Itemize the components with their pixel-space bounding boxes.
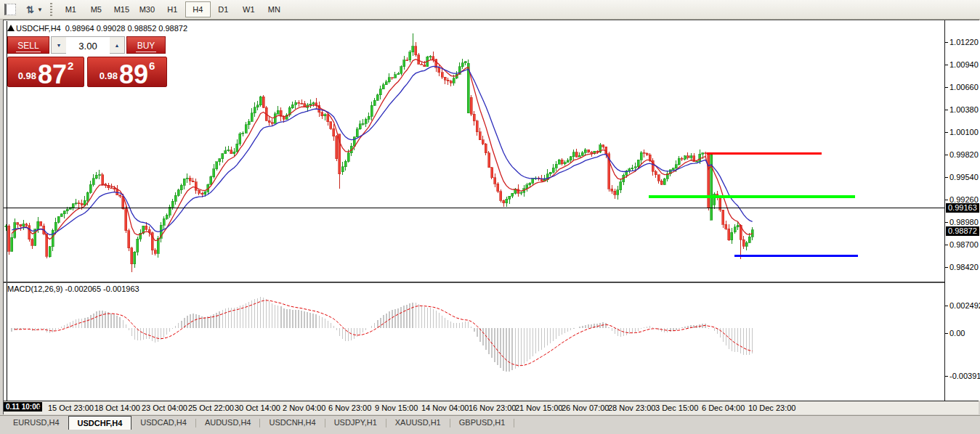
price-axis-label: 1.01220	[949, 38, 979, 46]
chart-tab-xauusd-h1[interactable]: XAUUSD,H1	[386, 416, 450, 430]
macd-chart-svg[interactable]	[4, 283, 944, 401]
chart-tab-audusd-h4[interactable]: AUDUSD,H4	[196, 416, 260, 430]
chart-tab-eurusd-h4[interactable]: EURUSD,H4	[4, 416, 68, 430]
tab-separator	[514, 419, 514, 427]
volume-increase-button[interactable]: ▲	[110, 37, 124, 53]
date-axis-label: 30 Oct 14:00	[235, 404, 280, 412]
buy-price-big: 89	[119, 62, 148, 86]
buy-price-prefix: 0.98	[100, 70, 118, 81]
timeframe-button-h1[interactable]: H1	[160, 1, 185, 17]
axis-tick	[945, 267, 948, 268]
date-axis-label: 15 Oct 23:00	[48, 404, 94, 412]
macd-axis-top-label: 0.002492	[949, 301, 980, 310]
axis-tick	[945, 87, 948, 88]
sell-price-prefix: 0.98	[18, 70, 36, 81]
buy-price-sup: 6	[149, 60, 155, 72]
terminal-window: ⇅ ▼ M1M5M15M30H1H4D1W1MN USDCHF,H4 0.989…	[0, 0, 980, 434]
price-line-label: 0.99163	[946, 203, 979, 213]
timeframe-button-m1[interactable]: M1	[58, 1, 84, 17]
volume-input[interactable]	[66, 37, 110, 54]
price-axis-label: 1.00660	[949, 83, 979, 91]
axis-tick	[945, 376, 948, 377]
price-axis-label: 0.98980	[949, 218, 979, 226]
timeframe-button-group: M1M5M15M30H1H4D1W1MN	[58, 1, 287, 17]
axis-tick	[945, 132, 948, 133]
date-axis-label: 21 Nov 15:00	[515, 404, 562, 412]
date-axis-label: 28 Nov 23:00	[608, 404, 655, 412]
buy-button[interactable]: BUY	[126, 36, 166, 54]
chart-title-ohlc: 0.98964 0.99028 0.98852 0.98872	[65, 24, 187, 33]
timeframe-button-m30[interactable]: M30	[134, 1, 160, 17]
date-axis-label: 10 Dec 23:00	[748, 404, 795, 412]
sell-price-sup: 2	[68, 60, 73, 72]
volume-decrease-button[interactable]: ▼	[52, 37, 66, 53]
status-strip	[0, 430, 980, 434]
axis-tick	[945, 42, 948, 43]
chart-tab-usdcad-h4[interactable]: USDCAD,H4	[131, 416, 195, 430]
date-label-stub: 8	[38, 404, 42, 412]
axis-tick	[945, 245, 948, 245]
date-axis-label: 3 Dec 15:00	[655, 404, 698, 412]
sell-price-tile[interactable]: 0.98 87 2	[7, 57, 84, 87]
price-axis[interactable]: 1.012201.009401.006601.003801.001000.998…	[945, 20, 980, 401]
volume-spinner: ▼ ▲	[51, 36, 125, 54]
top-toolbar: ⇅ ▼ M1M5M15M30H1H4D1W1MN	[0, 0, 980, 20]
axis-tick	[945, 177, 948, 178]
price-axis-label: 1.00940	[949, 60, 979, 69]
toolbar-grip	[50, 3, 52, 16]
chart-tab-usdchf-h4[interactable]: USDCHF,H4	[68, 416, 132, 430]
timeframe-button-w1[interactable]: W1	[236, 1, 262, 17]
chevron-down-icon[interactable]: ▼	[37, 7, 43, 13]
axis-tick	[945, 306, 948, 306]
price-axis-label: 0.98700	[949, 240, 979, 249]
date-axis-label: 14 Nov 04:00	[421, 404, 469, 412]
date-axis-label: 6 Nov 23:00	[328, 404, 371, 412]
timeframe-button-mn[interactable]: MN	[262, 1, 287, 17]
axis-tick	[945, 65, 948, 65]
axis-tick	[945, 155, 948, 155]
chart-symbol-icon	[7, 25, 15, 31]
date-axis-label: 9 Nov 15:00	[375, 404, 418, 412]
chart-tab-gbpusd-h1[interactable]: GBPUSD,H1	[450, 416, 514, 430]
date-axis-label: 25 Oct 22:00	[188, 404, 234, 412]
macd-axis-zero-label: 0.00	[949, 329, 965, 337]
axis-tick	[945, 333, 948, 334]
cycle-arrows-icon[interactable]: ⇅	[26, 4, 34, 15]
chart-tab-bar: EURUSD,H4USDCHF,H4USDCAD,H4AUDUSD,H4USDC…	[0, 415, 980, 430]
chart-tab-usdcnh-h4[interactable]: USDCNH,H4	[260, 416, 324, 430]
timeframe-button-d1[interactable]: D1	[211, 1, 236, 17]
date-axis-label: 2 Nov 04:00	[283, 404, 325, 412]
timeframe-button-h4[interactable]: H4	[185, 1, 211, 17]
chart-tab-usdjpy-h1[interactable]: USDJPY,H1	[325, 416, 386, 430]
price-axis-label: 0.99820	[949, 150, 979, 159]
price-axis-label: 1.00100	[949, 128, 979, 136]
date-axis-label: 26 Nov 07:00	[562, 404, 609, 412]
date-axis[interactable]: 0.11 10:00815 Oct 23:0018 Oct 14:0023 Oc…	[4, 401, 979, 414]
chart-title: USDCHF,H4 0.98964 0.99028 0.98852 0.9887…	[16, 24, 187, 33]
timeframe-button-m5[interactable]: M5	[84, 1, 109, 17]
chart-shift-icon[interactable]	[4, 4, 16, 15]
chart-title-symbol: USDCHF,H4	[16, 24, 61, 33]
trade-panel-row: SELL ▼ ▲ BUY	[7, 36, 166, 54]
axis-tick	[945, 110, 948, 110]
bid-price-label: 0.98872	[946, 226, 979, 236]
crosshair-date-tooltip: 0.11 10:00	[4, 402, 42, 412]
timeframe-button-m15[interactable]: M15	[109, 1, 134, 17]
price-axis-label: 1.00380	[949, 105, 979, 114]
axis-tick	[945, 222, 948, 223]
axis-tick	[945, 200, 948, 200]
sell-button[interactable]: SELL	[7, 36, 49, 54]
buy-price-tile[interactable]: 0.98 89 6	[87, 57, 167, 87]
price-axis-label: 0.98420	[949, 263, 979, 271]
sell-price-big: 87	[38, 62, 67, 86]
macd-indicator-label: MACD(12,26,9) -0.002065 -0.001963	[7, 284, 139, 293]
date-axis-label: 16 Nov 23:00	[469, 404, 516, 412]
date-axis-label: 18 Oct 14:00	[94, 404, 140, 412]
macd-axis-bottom-label: -0.003913	[949, 372, 980, 380]
price-axis-label: 0.99540	[949, 173, 979, 181]
date-axis-label: 6 Dec 04:00	[702, 404, 745, 412]
date-axis-label: 23 Oct 04:00	[142, 404, 187, 412]
